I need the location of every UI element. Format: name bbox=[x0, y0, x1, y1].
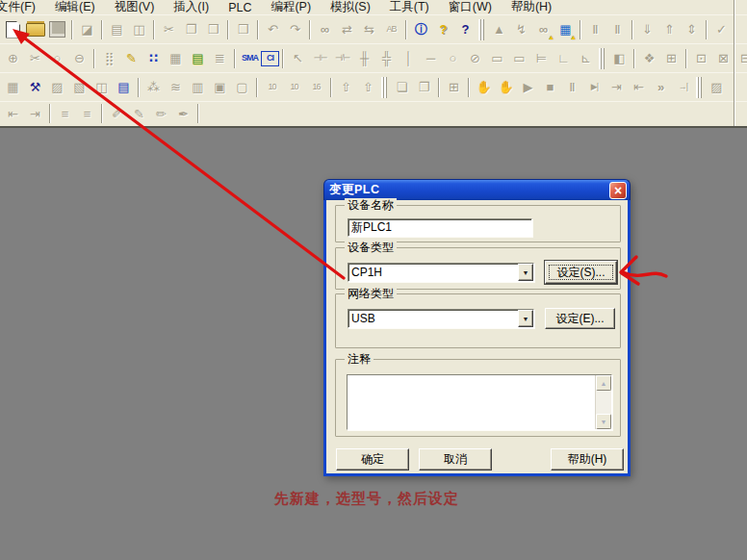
close-button[interactable]: × bbox=[609, 182, 627, 199]
step-run-icon[interactable]: ▶| bbox=[583, 76, 605, 99]
ci-icon[interactable]: CI bbox=[261, 51, 279, 66]
find-online-icon[interactable]: ∞▲ bbox=[532, 18, 554, 41]
step-out-icon[interactable]: ⇤ bbox=[628, 76, 650, 99]
rung-comment-icon[interactable]: ✎ bbox=[120, 47, 142, 70]
grid-icon[interactable]: ⣿ bbox=[98, 47, 120, 70]
device-type-settings-button[interactable]: 设定(S)... bbox=[545, 261, 617, 284]
instruction-icon[interactable]: ▭ bbox=[486, 47, 508, 70]
properties-icon[interactable]: ▤ bbox=[113, 76, 135, 99]
simulator-online-icon[interactable]: ▦▲ bbox=[554, 18, 577, 41]
clipped-icon-r3[interactable]: ▨ bbox=[706, 76, 728, 99]
line-connect-icon[interactable]: ∟ bbox=[553, 47, 575, 70]
run-icon[interactable]: ▶ bbox=[517, 76, 539, 99]
transfer-from-plc-icon[interactable]: ⇑ bbox=[658, 18, 681, 41]
pause-icon[interactable]: Ⅱ bbox=[606, 18, 629, 41]
continuous-step-icon[interactable]: » bbox=[650, 76, 672, 99]
find-icon[interactable]: ∞ bbox=[314, 18, 336, 41]
ladder-view-icon[interactable]: ▤ bbox=[187, 47, 209, 70]
project-tree-icon[interactable]: ≣ bbox=[209, 47, 231, 70]
coil-icon[interactable]: ○ bbox=[442, 47, 464, 70]
toolbar-gripper[interactable] bbox=[696, 77, 704, 98]
force-on-icon[interactable]: ⇧ bbox=[335, 76, 357, 99]
symbol-table-icon[interactable]: ▧ bbox=[68, 76, 90, 99]
print-preview-icon[interactable]: ◫ bbox=[128, 18, 150, 41]
clear-breakpoints-icon[interactable]: ✋ bbox=[495, 76, 517, 99]
menu-item-simulation[interactable]: 模拟(S) bbox=[321, 0, 380, 14]
ok-button[interactable]: 确定 bbox=[336, 448, 409, 471]
output-window-icon[interactable]: ▥ bbox=[187, 76, 209, 99]
dialog-titlebar[interactable]: 变更PLC × bbox=[323, 179, 631, 200]
align-list2-icon[interactable]: ≡ bbox=[76, 102, 98, 125]
hex-icon[interactable]: 16 bbox=[305, 76, 327, 99]
print-icon[interactable]: ▤ bbox=[106, 18, 128, 41]
outdent-icon[interactable]: ⇤ bbox=[2, 102, 24, 125]
compile-icon[interactable]: ⚒ bbox=[24, 76, 46, 99]
program-check-icon[interactable]: ✓ bbox=[710, 18, 733, 41]
set-breakpoint-icon[interactable]: ✋ bbox=[473, 76, 495, 99]
context-help-icon[interactable]: ? bbox=[454, 18, 477, 41]
paste-icon[interactable]: ❒ bbox=[202, 18, 224, 41]
menu-item-tools[interactable]: 工具(T) bbox=[380, 0, 439, 14]
io-comment-icon[interactable]: ⊡ bbox=[690, 47, 712, 70]
inverted-instruction-icon[interactable]: ▭ bbox=[508, 47, 530, 70]
select-cursor-icon[interactable]: ↖ bbox=[287, 47, 309, 70]
undo-icon[interactable]: ↶ bbox=[262, 18, 284, 41]
reverse-video-icon[interactable]: ◧ bbox=[608, 47, 631, 70]
help-button[interactable]: 帮助(H) bbox=[551, 448, 624, 471]
decimal-icon[interactable]: 10 bbox=[261, 76, 283, 99]
zoom-100-icon[interactable]: ○ bbox=[46, 47, 68, 70]
menu-item-view[interactable]: 视图(V) bbox=[105, 0, 165, 14]
device-type-combobox[interactable]: CP1H ▼ bbox=[348, 263, 534, 282]
pause-monitoring-icon[interactable]: Ⅱ bbox=[584, 18, 606, 41]
open-file-icon[interactable] bbox=[24, 18, 46, 41]
menu-item-window[interactable]: 窗口(W) bbox=[439, 0, 502, 14]
watch-window-icon[interactable]: ▣ bbox=[209, 76, 231, 99]
edit-pen4-icon[interactable]: ✒ bbox=[172, 102, 194, 125]
new-file-icon[interactable] bbox=[2, 18, 24, 41]
split-window-icon[interactable]: ◫ bbox=[90, 76, 113, 99]
scroll-down-button[interactable]: ▼ bbox=[596, 414, 611, 429]
address-reference-icon[interactable]: ≋ bbox=[165, 76, 187, 99]
rung-list-icon[interactable]: ∷ bbox=[142, 47, 165, 70]
comment-textarea[interactable] bbox=[348, 375, 595, 429]
closed-coil-icon[interactable]: ⊘ bbox=[464, 47, 486, 70]
or-contact-closed-icon[interactable]: ╬ bbox=[375, 47, 398, 70]
vertical-line-icon[interactable]: │ bbox=[398, 47, 420, 70]
line-remove-icon[interactable]: ⊾ bbox=[575, 47, 597, 70]
horizontal-line-icon[interactable]: ─ bbox=[420, 47, 442, 70]
monitor-view-icon[interactable]: ▦ bbox=[165, 47, 187, 70]
network-type-dropdown-button[interactable]: ▼ bbox=[518, 310, 533, 327]
menu-item-edit[interactable]: 编辑(E) bbox=[45, 0, 105, 14]
menu-item-insert[interactable]: 插入(I) bbox=[164, 0, 219, 14]
tile-windows-icon[interactable]: ❐ bbox=[413, 76, 435, 99]
menu-item-program[interactable]: 编程(P) bbox=[261, 0, 321, 14]
compare-with-plc-icon[interactable]: ⇕ bbox=[681, 18, 703, 41]
step-in-icon[interactable]: ⇥ bbox=[605, 76, 628, 99]
function-block-icon[interactable]: ⊨ bbox=[530, 47, 553, 70]
network-type-combobox[interactable]: USB ▼ bbox=[348, 309, 534, 328]
device-name-input[interactable] bbox=[348, 218, 532, 237]
toolbar-gripper[interactable] bbox=[381, 77, 389, 98]
replace-all-icon[interactable]: AB bbox=[380, 18, 402, 41]
menu-item-file[interactable]: 文件(F) bbox=[0, 0, 45, 14]
smart-input-icon[interactable]: SMA bbox=[239, 47, 261, 70]
help-icon[interactable]: ? bbox=[432, 18, 454, 41]
edit-pen2-icon[interactable]: ✎ bbox=[128, 102, 150, 125]
device-type-dropdown-button[interactable]: ▼ bbox=[518, 264, 533, 281]
work-online-icon[interactable]: ▲ bbox=[488, 18, 510, 41]
cascade-windows-icon[interactable]: ❏ bbox=[391, 76, 413, 99]
page-setup-icon[interactable]: ▢ bbox=[231, 76, 253, 99]
menu-item-help[interactable]: 帮助(H) bbox=[502, 0, 561, 14]
align-list-icon[interactable]: ≡ bbox=[54, 102, 76, 125]
edit-pen1-icon[interactable]: ✐ bbox=[106, 102, 128, 125]
clipped-icon-r2[interactable]: ⊟ bbox=[734, 47, 747, 70]
zoom-custom-icon[interactable]: ✂ bbox=[24, 47, 46, 70]
network-type-settings-button[interactable]: 设定(E)... bbox=[545, 308, 615, 329]
layers-icon[interactable]: ❖ bbox=[638, 47, 660, 70]
stop-icon[interactable]: ■ bbox=[539, 76, 561, 99]
run-to-cursor-icon[interactable]: →| bbox=[672, 76, 694, 99]
info-icon[interactable]: ⓘ bbox=[410, 18, 432, 41]
contact-open-icon[interactable]: ⊣⊢ bbox=[309, 47, 331, 70]
toolbar-gripper[interactable] bbox=[478, 19, 486, 40]
paste-special-icon[interactable]: ❒ bbox=[232, 18, 254, 41]
